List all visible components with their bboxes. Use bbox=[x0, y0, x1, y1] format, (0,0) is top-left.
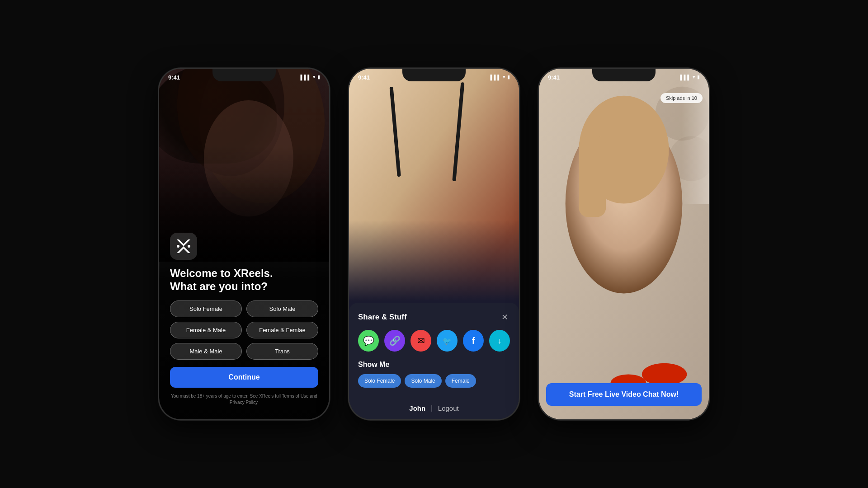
share-email-icon[interactable]: ✉ bbox=[410, 330, 431, 352]
share-title: Share & Stuff bbox=[358, 313, 407, 322]
welcome-text: Welcome to XReels. What are you into? bbox=[170, 267, 318, 293]
show-me-female[interactable]: Female bbox=[445, 374, 476, 388]
signal-icon: ▌▌▌ bbox=[680, 75, 691, 80]
show-me-solo-male[interactable]: Solo Male bbox=[405, 374, 441, 388]
btn-female-femlae[interactable]: Female & Femlae bbox=[246, 322, 318, 338]
btn-solo-female[interactable]: Solo Female bbox=[170, 300, 242, 317]
status-icons-phone2: ▌▌▌ ▾ ▮ bbox=[491, 74, 510, 80]
btn-female-male[interactable]: Female & Male bbox=[170, 322, 242, 338]
start-chat-button[interactable]: Start Free Live Video Chat Now! bbox=[546, 383, 702, 406]
share-link-icon[interactable]: 🔗 bbox=[384, 330, 405, 352]
svg-rect-13 bbox=[579, 136, 606, 217]
status-bar-phone2: 9:41 ▌▌▌ ▾ ▮ bbox=[349, 69, 519, 89]
share-twitter-icon[interactable]: 🐦 bbox=[437, 330, 458, 352]
username-text: John bbox=[409, 404, 425, 412]
divider: | bbox=[431, 404, 433, 412]
share-panel: Share & Stuff ✕ 💬 🔗 ✉ 🐦 f bbox=[349, 303, 519, 397]
disclaimer-text: You must be 18+ years of age to enter. S… bbox=[170, 393, 318, 406]
logout-button[interactable]: Logout bbox=[438, 404, 459, 412]
signal-icon: ▌▌▌ bbox=[301, 75, 311, 80]
battery-icon: ▮ bbox=[507, 74, 510, 80]
continue-button[interactable]: Continue bbox=[170, 367, 318, 388]
photo3-bg bbox=[539, 69, 709, 419]
battery-icon: ▮ bbox=[317, 74, 320, 80]
phone1-content: Welcome to XReels. What are you into? So… bbox=[159, 224, 329, 419]
battery-icon: ▮ bbox=[697, 74, 700, 80]
download-symbol: ↓ bbox=[498, 336, 502, 346]
share-icons-row: 💬 🔗 ✉ 🐦 f ↓ bbox=[358, 330, 510, 352]
status-time-phone1: 9:41 bbox=[168, 74, 180, 81]
btn-trans[interactable]: Trans bbox=[246, 343, 318, 360]
category-button-grid: Solo Female Solo Male Female & Male Fema… bbox=[170, 300, 318, 360]
share-close-button[interactable]: ✕ bbox=[499, 312, 510, 323]
share-header: Share & Stuff ✕ bbox=[358, 312, 510, 323]
facebook-symbol: f bbox=[472, 336, 475, 346]
phone-3: 9:41 ▌▌▌ ▾ ▮ Skip ads in 10 Start Free L… bbox=[538, 68, 710, 420]
status-time-phone3: 9:41 bbox=[548, 74, 560, 81]
show-me-title: Show Me bbox=[358, 361, 510, 369]
status-icons-phone3: ▌▌▌ ▾ ▮ bbox=[680, 74, 700, 80]
skip-ads-badge[interactable]: Skip ads in 10 bbox=[660, 93, 703, 103]
status-time-phone2: 9:41 bbox=[358, 74, 370, 81]
status-icons-phone1: ▌▌▌ ▾ ▮ bbox=[301, 74, 320, 80]
wifi-icon: ▾ bbox=[693, 74, 695, 80]
svg-point-14 bbox=[642, 363, 687, 386]
btn-solo-male[interactable]: Solo Male bbox=[246, 300, 318, 317]
status-bar-phone3: 9:41 ▌▌▌ ▾ ▮ bbox=[539, 69, 709, 89]
phone-1: 9:41 ▌▌▌ ▾ ▮ Welcome to XReels. What are… bbox=[158, 68, 330, 420]
share-download-icon[interactable]: ↓ bbox=[489, 330, 510, 352]
share-facebook-icon[interactable]: f bbox=[463, 330, 484, 352]
show-me-row: Solo Female Solo Male Female bbox=[358, 374, 510, 388]
photo2-bg bbox=[349, 69, 519, 321]
phone-2: 9:41 ▌▌▌ ▾ ▮ Share & Stuff ✕ 💬 🔗 bbox=[348, 68, 520, 420]
share-sms-icon[interactable]: 💬 bbox=[358, 330, 379, 352]
svg-point-3 bbox=[177, 245, 179, 248]
email-symbol: ✉ bbox=[417, 335, 425, 346]
link-symbol: 🔗 bbox=[389, 335, 401, 346]
xreels-logo bbox=[170, 233, 197, 260]
show-me-solo-female[interactable]: Solo Female bbox=[358, 374, 401, 388]
signal-icon: ▌▌▌ bbox=[491, 75, 501, 80]
bottom-bar: John | Logout bbox=[349, 397, 519, 419]
btn-male-male[interactable]: Male & Male bbox=[170, 343, 242, 360]
twitter-symbol: 🐦 bbox=[443, 337, 452, 345]
svg-point-4 bbox=[188, 245, 190, 248]
wifi-icon: ▾ bbox=[503, 74, 505, 80]
sms-symbol: 💬 bbox=[363, 335, 374, 346]
wifi-icon: ▾ bbox=[313, 74, 316, 80]
status-bar-phone1: 9:41 ▌▌▌ ▾ ▮ bbox=[159, 69, 329, 89]
